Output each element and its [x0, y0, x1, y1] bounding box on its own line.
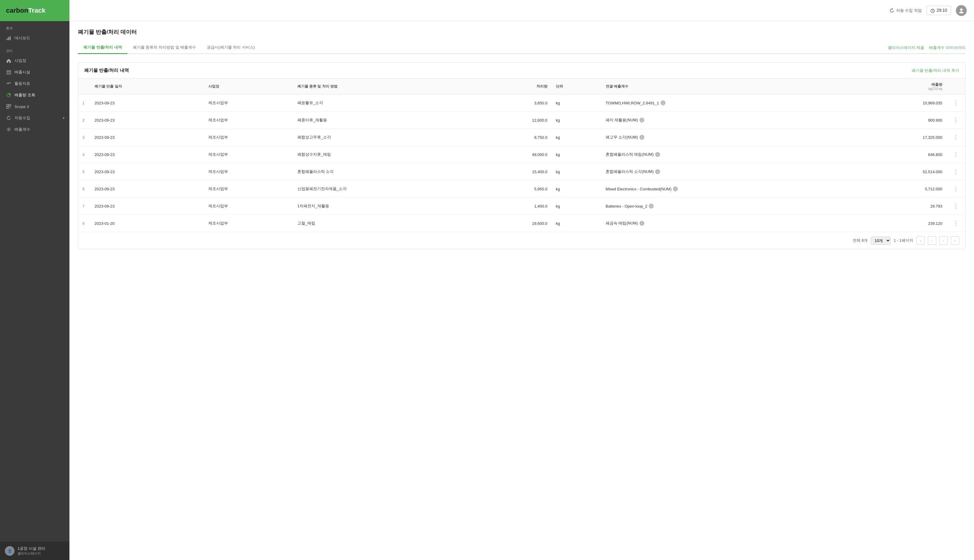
header-avatar[interactable]	[956, 5, 967, 16]
table-row: 32023-09-23제조사업부폐합성고무류_소각8,750.0kg폐고무 소각…	[78, 129, 965, 146]
clearstage-products-link[interactable]: 클리어스테이지 제품	[888, 45, 924, 50]
cell-amount: 49,000.0	[476, 146, 551, 163]
info-icon[interactable]: i	[640, 118, 644, 122]
svg-rect-1	[8, 37, 9, 40]
sidebar-item-dashboard[interactable]: 대시보드	[0, 32, 69, 44]
svg-rect-3	[7, 71, 10, 74]
timer-button[interactable]: 29:10	[927, 6, 951, 15]
cell-emission-factor: TOWMO,HWI,ROW_2.8491_1i	[601, 95, 857, 112]
clock-icon	[931, 8, 935, 13]
timer-value: 29:10	[937, 8, 947, 13]
info-icon[interactable]: i	[640, 221, 644, 226]
svg-rect-4	[8, 72, 8, 72]
cell-waste-type: 혼합폐플라스틱 소각	[293, 163, 476, 180]
svg-rect-6	[8, 73, 8, 73]
sidebar-item-emission-factor[interactable]: 배출계수	[0, 124, 69, 135]
col-amount: 처리량	[476, 78, 551, 95]
cell-emission-factor: 혼합폐플라스틱 소각(NUM)i	[601, 163, 857, 180]
col-num	[78, 78, 90, 95]
logo-part1: carbon	[6, 7, 28, 14]
cell-unit: kg	[551, 215, 601, 232]
sidebar-item-emission-facility[interactable]: 배출시설	[0, 67, 69, 78]
sidebar-item-scope3[interactable]: 3 Scope 3	[0, 101, 69, 112]
emission-factor-text: 폐고무 소각(NUM)	[606, 135, 638, 140]
sidebar-item-auto-collect[interactable]: 자동수집 ▾	[0, 112, 69, 124]
page-info-label: 1 - 1페이지	[894, 238, 913, 243]
more-options-button[interactable]: ⋮	[951, 115, 961, 125]
cell-unit: kg	[551, 95, 601, 112]
add-record-button[interactable]: 폐기물 반출/처리 내역 추가	[912, 68, 959, 73]
cell-amount: 5,950.0	[476, 180, 551, 198]
sidebar-item-workplace[interactable]: 사업장	[0, 55, 69, 67]
more-options-button[interactable]: ⋮	[951, 202, 961, 211]
tab-waste-type[interactable]: 폐기물 종류와 처리방법 및 배출계수	[127, 42, 201, 54]
cell-workplace: 제조사업부	[204, 163, 293, 180]
col-date: 폐기물 반출 일자	[90, 78, 204, 95]
tab-supplier[interactable]: 공급사(폐기물 처리 서비스)	[201, 42, 260, 54]
cell-date: 2023-01-20	[90, 215, 204, 232]
cell-workplace: 제조사업부	[204, 95, 293, 112]
tab-waste-record[interactable]: 폐기물 반출/처리 내역	[78, 42, 127, 54]
info-icon[interactable]: i	[655, 152, 660, 157]
table-row: 82023-01-20제조사업부고철_매립19,600.0kg페금속 매립(NU…	[78, 215, 965, 232]
home-icon	[6, 58, 12, 63]
page-size-select[interactable]: 10개20개50개	[871, 237, 890, 245]
cell-waste-type: 폐종이류_재활용	[293, 112, 476, 129]
cell-workplace: 제조사업부	[204, 198, 293, 215]
refresh-icon	[6, 115, 12, 121]
cell-unit: kg	[551, 180, 601, 198]
svg-point-14	[8, 129, 10, 130]
cell-emission-factor: 페금속 매립(NUM)i	[601, 215, 857, 232]
cell-row-num: 8	[78, 215, 90, 232]
cell-date: 2023-09-23	[90, 180, 204, 198]
sidebar-item-auto-collect-left: 자동수집	[6, 115, 30, 121]
info-icon[interactable]: i	[655, 169, 660, 174]
sidebar-item-label: 배출계수	[15, 127, 30, 132]
cell-row-num: 1	[78, 95, 90, 112]
cell-amount: 15,400.0	[476, 163, 551, 180]
col-waste-type: 폐기물 종류 및 처리 방법	[293, 78, 476, 95]
sidebar-item-label: 자동수집	[15, 115, 30, 121]
main-area: 자동 수집 작업 29:10 폐기물 반출/처리 데이터 폐기물 반출/처리	[69, 0, 974, 560]
cell-emission: 29.793	[857, 198, 947, 215]
info-icon[interactable]: i	[649, 204, 654, 208]
cell-waste-type: 산업용폐전기전자제품_소각	[293, 180, 476, 198]
sidebar-item-emission-lookup[interactable]: 배출량 조회	[0, 89, 69, 101]
section-label-manage: 관리	[0, 44, 69, 55]
last-page-button[interactable]: »	[951, 236, 959, 245]
table-row: 52023-09-23제조사업부혼합폐플라스틱 소각15,400.0kg혼합폐플…	[78, 163, 965, 180]
cell-unit: kg	[551, 198, 601, 215]
auto-collect-button[interactable]: 자동 수집 작업	[889, 8, 922, 13]
more-options-button[interactable]: ⋮	[951, 150, 961, 159]
more-options-button[interactable]: ⋮	[951, 219, 961, 228]
info-icon[interactable]: i	[673, 187, 678, 191]
more-options-button[interactable]: ⋮	[951, 98, 961, 107]
refresh-header-icon	[889, 8, 894, 13]
svg-point-17	[959, 12, 964, 13]
cell-emission-factor: 페지 재활용(NUM)i	[601, 112, 857, 129]
cell-date: 2023-09-23	[90, 163, 204, 180]
sidebar-item-label: 사업장	[15, 58, 26, 63]
cell-emission: 646.800	[857, 146, 947, 163]
svg-rect-5	[9, 72, 10, 72]
cell-emission: 239.120	[857, 215, 947, 232]
prev-page-button[interactable]: ‹	[928, 236, 936, 245]
pagination: 전체 8개 10개20개50개 1 - 1페이지 « ‹ › »	[78, 232, 965, 249]
cell-waste-type: 1차폐전지_재활용	[293, 198, 476, 215]
svg-rect-2	[10, 36, 10, 40]
more-options-button[interactable]: ⋮	[951, 184, 961, 193]
sidebar-item-label: Scope 3	[15, 104, 29, 109]
info-icon[interactable]: i	[640, 135, 644, 140]
activity-icon	[6, 81, 12, 86]
more-options-button[interactable]: ⋮	[951, 133, 961, 142]
cell-unit: kg	[551, 163, 601, 180]
table-section-header: 폐기물 반출/처리 내역 폐기물 반출/처리 내역 추가	[78, 63, 965, 78]
next-page-button[interactable]: ›	[939, 236, 948, 245]
cell-emission-factor: Mixed Electronics - Combusted(NUM)i	[601, 180, 857, 198]
cell-more: ⋮	[947, 163, 965, 180]
first-page-button[interactable]: «	[916, 236, 925, 245]
more-options-button[interactable]: ⋮	[951, 167, 961, 176]
sidebar-item-activity-data[interactable]: 활동자료	[0, 78, 69, 89]
emission-factor-library-link[interactable]: 배출계수 라이브러리	[929, 45, 966, 50]
info-icon[interactable]: i	[661, 100, 665, 105]
